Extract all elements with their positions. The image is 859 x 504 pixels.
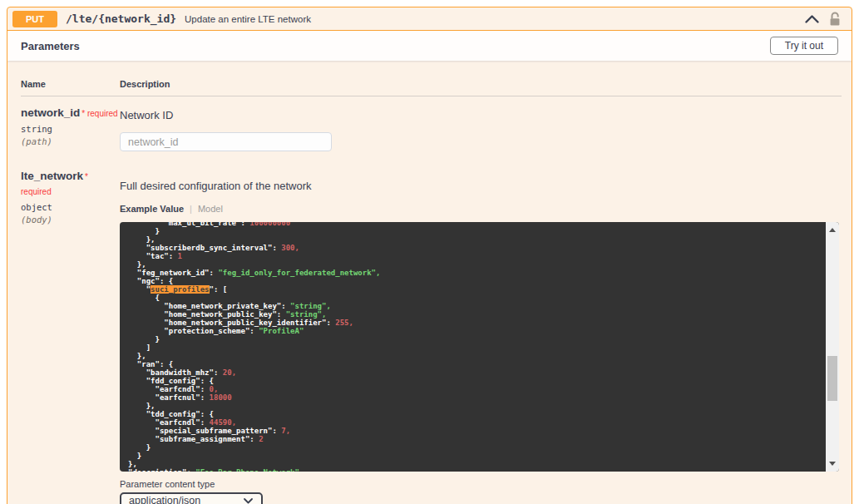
code-line: "description": "Foo Bar Phone Network", bbox=[128, 468, 826, 472]
required-badge: * required bbox=[81, 109, 117, 118]
scrollbar-down-arrow-icon[interactable] bbox=[829, 462, 836, 466]
code-line: "ngc": { bbox=[128, 277, 826, 285]
auth-unlock-icon[interactable] bbox=[828, 12, 842, 27]
try-it-out-button[interactable]: Try it out bbox=[770, 37, 838, 55]
code-line: }, bbox=[128, 402, 826, 410]
network-id-input[interactable] bbox=[120, 132, 332, 151]
content-type-select[interactable]: application/json bbox=[120, 492, 263, 504]
code-line: { bbox=[128, 294, 826, 302]
code-line: "special_subframe_pattern": 7, bbox=[128, 427, 826, 435]
put-operation-panel: PUT /lte/{network_id} Update an entire L… bbox=[7, 7, 852, 504]
chevron-down-icon bbox=[243, 497, 254, 504]
parameters-table: Name Description network_id* required st… bbox=[7, 79, 852, 504]
code-line: "fdd_config": { bbox=[128, 377, 826, 385]
param-type: string bbox=[21, 124, 120, 134]
code-line: } bbox=[128, 443, 826, 452]
code-pre: "max_ul_bit_rate": 100000000 } }, "subsc… bbox=[120, 222, 826, 472]
method-badge: PUT bbox=[12, 11, 57, 27]
code-line: "home_network_public_key": "string", bbox=[128, 310, 826, 319]
scrollbar-thumb[interactable] bbox=[827, 356, 837, 401]
description-column-header: Description bbox=[120, 79, 842, 89]
code-line: "home_network_private_key": "string", bbox=[128, 302, 826, 310]
code-line: "feg_network_id": "feg_id_only_for_feder… bbox=[128, 269, 826, 277]
param-location: (path) bbox=[21, 136, 120, 146]
code-scrollbar[interactable] bbox=[826, 222, 839, 472]
tab-separator: | bbox=[190, 204, 192, 214]
endpoint-summary: Update an entire LTE network bbox=[185, 14, 804, 24]
code-line: "protection_scheme": "ProfileA" bbox=[128, 327, 826, 335]
code-line: "tdd_config": { bbox=[128, 410, 826, 418]
code-line: "earfcndl": 44590, bbox=[128, 418, 826, 427]
param-row-network-id: network_id* required string (path) Netwo… bbox=[21, 96, 842, 151]
code-line: "subscriberdb_sync_interval": 300, bbox=[128, 244, 826, 252]
code-line: }, bbox=[128, 235, 826, 244]
endpoint-path: /lte/{network_id} bbox=[66, 12, 176, 25]
content-type-selected-value: application/json bbox=[129, 495, 243, 504]
operation-summary-bar[interactable]: PUT /lte/{network_id} Update an entire L… bbox=[7, 7, 852, 31]
param-row-lte-network: lte_network* required object (body) Full… bbox=[21, 151, 842, 504]
code-line: } bbox=[128, 227, 826, 235]
code-line: }, bbox=[128, 260, 826, 269]
param-name: network_id bbox=[21, 106, 80, 119]
parameters-title: Parameters bbox=[21, 40, 770, 52]
tab-model[interactable]: Model bbox=[198, 204, 223, 214]
code-line: "suci_profiles": [ bbox=[128, 285, 826, 294]
code-line: }, bbox=[128, 352, 826, 360]
tab-example-value[interactable]: Example Value bbox=[120, 204, 184, 214]
scrollbar-up-arrow-icon[interactable] bbox=[829, 228, 836, 232]
parameters-section-header: Parameters Try it out bbox=[7, 31, 852, 61]
code-line: "earfcnul": 18000 bbox=[128, 393, 826, 402]
content-type-label: Parameter content type bbox=[120, 479, 842, 489]
param-location: (body) bbox=[21, 215, 120, 225]
code-line: } bbox=[128, 335, 826, 343]
code-line: "earfcndl": 0, bbox=[128, 385, 826, 393]
param-type: object bbox=[21, 202, 120, 212]
param-description: Network ID bbox=[120, 109, 842, 121]
example-model-tabs: Example Value | Model bbox=[120, 204, 842, 214]
code-line: }, bbox=[128, 460, 826, 468]
collapse-chevron-up-icon[interactable] bbox=[804, 13, 820, 24]
code-line: "home_network_public_key_identifier": 25… bbox=[128, 319, 826, 327]
code-line: "ran": { bbox=[128, 360, 826, 368]
param-name: lte_network bbox=[21, 170, 83, 182]
code-line: "subframe_assignment": 2 bbox=[128, 435, 826, 443]
param-description: Full desired configuration of the networ… bbox=[120, 180, 842, 192]
name-column-header: Name bbox=[21, 79, 120, 89]
code-line: "bandwidth_mhz": 20, bbox=[128, 368, 826, 377]
parameters-table-header: Name Description bbox=[21, 79, 842, 96]
example-value-code-block[interactable]: "max_ul_bit_rate": 100000000 } }, "subsc… bbox=[120, 222, 839, 472]
code-line: "tac": 1 bbox=[128, 252, 826, 260]
code-line: } bbox=[128, 452, 826, 460]
code-line: ] bbox=[128, 343, 826, 352]
